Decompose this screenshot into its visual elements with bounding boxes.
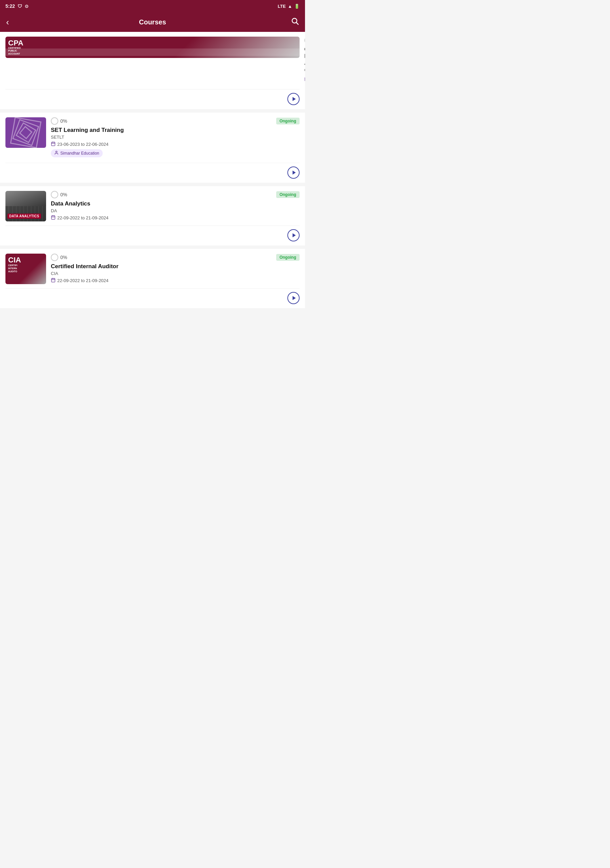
lte-label: LTE	[278, 4, 286, 9]
date-range-set: 23-06-2023 to 22-06-2024	[57, 142, 108, 147]
time-display: 5:22	[5, 3, 15, 9]
course-card-cpa[interactable]: CPA CERTIFIEDPUBLICACCOUNT 0% Ongoing Ce…	[0, 32, 305, 109]
progress-indicator-da: 0%	[51, 191, 67, 198]
play-button-set[interactable]	[287, 166, 300, 179]
signal-icon: ▲	[288, 4, 292, 9]
svg-marker-6	[293, 97, 296, 101]
course-code-da: DA	[51, 208, 300, 213]
progress-indicator-set: 0%	[51, 117, 67, 125]
progress-indicator-cia: 0%	[51, 254, 67, 261]
svg-point-11	[56, 151, 57, 153]
progress-row-set: 0% Ongoing	[51, 117, 300, 125]
back-button[interactable]: ‹	[6, 17, 17, 28]
date-range-da: 22-09-2022 to 21-09-2024	[57, 215, 108, 220]
svg-marker-22	[293, 296, 296, 300]
progress-row-cia: 0% Ongoing	[51, 254, 300, 261]
course-card-da[interactable]: DATA ANALYTICS 0% Ongoing Data Analytics…	[0, 186, 305, 245]
course-date-da: 22-09-2022 to 21-09-2024	[51, 215, 300, 221]
progress-circle-icon-da	[51, 191, 58, 198]
course-thumbnail-cpa: CPA CERTIFIEDPUBLICACCOUNT	[5, 37, 300, 58]
progress-circle-icon-set	[51, 117, 58, 125]
shield-icon: 🛡	[18, 4, 22, 9]
calendar-icon-da	[51, 215, 56, 221]
card-footer-set	[5, 163, 300, 183]
play-button-cia[interactable]	[287, 292, 300, 304]
card-footer-cia	[5, 288, 300, 308]
search-button[interactable]	[288, 17, 299, 27]
record-icon: ⊙	[25, 4, 28, 9]
status-bar: 5:22 🛡 ⊙ LTE ▲ 🔋	[0, 0, 305, 12]
svg-rect-13	[51, 215, 55, 219]
battery-icon: 🔋	[294, 4, 300, 9]
calendar-icon-cia	[51, 278, 56, 284]
calendar-icon-set	[51, 141, 56, 147]
course-date-cia: 22-09-2022 to 21-09-2024	[51, 278, 300, 284]
status-indicators: LTE ▲ 🔋	[278, 4, 300, 9]
svg-rect-18	[51, 278, 55, 282]
cia-subtext: CERTIFIINTERNAUDITO	[8, 264, 21, 273]
progress-circle-icon-cia	[51, 254, 58, 261]
course-title-cpa: Certified Public Accountant	[304, 46, 305, 67]
course-title-set: SET Learning and Training	[51, 127, 300, 133]
cia-abbr: CIA	[8, 256, 21, 264]
progress-percent-da: 0%	[60, 192, 67, 197]
calendar-icon-cpa	[304, 77, 305, 82]
course-thumbnail-cia: CIA CERTIFIINTERNAUDITO	[5, 254, 46, 284]
da-label: DATA ANALYTICS	[8, 214, 41, 219]
course-list: CPA CERTIFIEDPUBLICACCOUNT 0% Ongoing Ce…	[0, 32, 305, 308]
card-footer-da	[5, 225, 300, 245]
progress-percent-cia: 0%	[60, 255, 67, 260]
course-title-cia: Certified Internal Auditor	[51, 263, 300, 270]
course-code-set: SETLT	[51, 135, 300, 140]
play-button-cpa[interactable]	[287, 93, 300, 105]
course-card-set[interactable]: 0% Ongoing SET Learning and Training SET…	[0, 113, 305, 183]
status-time: 5:22 🛡 ⊙	[5, 3, 28, 9]
status-badge-set: Ongoing	[276, 118, 300, 124]
provider-icon-set	[54, 150, 59, 156]
cpa-abbr: CPA	[8, 39, 23, 47]
progress-row-cpa: 0% Ongoing	[304, 37, 305, 44]
course-date-set: 23-06-2023 to 22-06-2024	[51, 141, 300, 147]
svg-line-1	[297, 23, 298, 25]
status-badge-cia: Ongoing	[276, 254, 300, 261]
course-info-cia: 0% Ongoing Certified Internal Auditor CI…	[51, 254, 300, 285]
svg-point-0	[292, 18, 297, 23]
course-thumbnail-da: DATA ANALYTICS	[5, 191, 46, 222]
course-title-da: Data Analytics	[51, 200, 300, 207]
svg-marker-17	[293, 233, 296, 237]
course-thumbnail-set	[5, 117, 46, 148]
course-info-da: 0% Ongoing Data Analytics DA	[51, 191, 300, 223]
play-button-da[interactable]	[287, 229, 300, 242]
course-info-cpa: 0% Ongoing Certified Public Accountant C…	[304, 37, 305, 87]
provider-badge-set: Simandhar Education	[51, 149, 103, 157]
top-nav-bar: ‹ Courses	[0, 12, 305, 32]
provider-name-set: Simandhar Education	[60, 151, 99, 156]
course-code-cia: CIA	[51, 271, 300, 276]
course-card-cia[interactable]: CIA CERTIFIINTERNAUDITO 0% Ongoing Certi…	[0, 249, 305, 308]
progress-row-da: 0% Ongoing	[51, 191, 300, 198]
course-info-set: 0% Ongoing SET Learning and Training SET…	[51, 117, 300, 160]
page-title: Courses	[17, 18, 288, 26]
progress-circle-icon	[304, 37, 305, 44]
date-range-cia: 22-09-2022 to 21-09-2024	[57, 278, 108, 283]
svg-marker-12	[293, 170, 296, 175]
progress-indicator-cpa: 0%	[304, 37, 305, 44]
progress-percent-set: 0%	[60, 118, 67, 124]
svg-rect-7	[51, 142, 55, 146]
course-code-cpa: CPA	[304, 67, 305, 73]
status-badge-da: Ongoing	[276, 191, 300, 198]
card-footer-cpa	[5, 89, 300, 109]
course-date-cpa: 19-09-2023 to 18-09-2025	[304, 74, 305, 84]
